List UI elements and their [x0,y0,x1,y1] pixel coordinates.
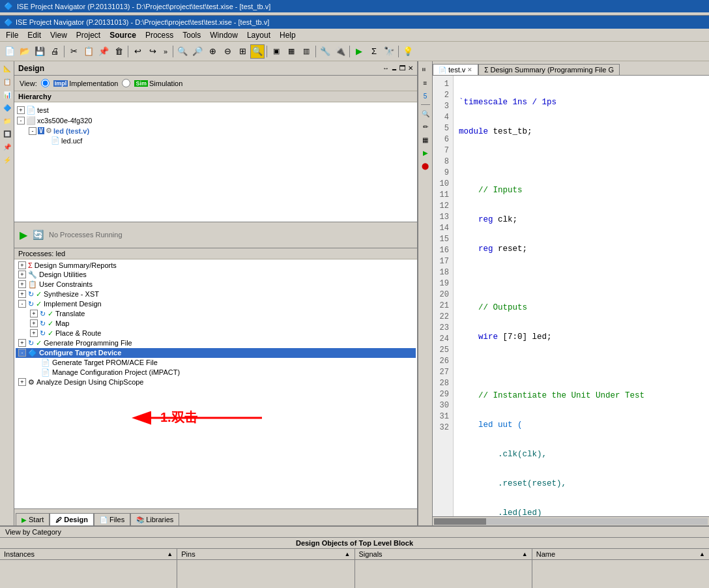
tree-item-led[interactable]: - V ⚙ led (test.v) [27,126,416,136]
constraints-expand[interactable]: + [18,280,26,288]
center-tb-2[interactable]: ≡ [420,77,431,89]
map-expand[interactable]: + [30,319,38,327]
implement-expand[interactable]: - [18,300,26,308]
tb-search3[interactable]: 🔌 [333,44,347,59]
code-tab-testv[interactable]: 📄 test.v ✕ [433,64,478,75]
sidebar-icon-5[interactable]: 📁 [1,115,13,126]
tb-zoom-out[interactable]: ⊖ [220,44,235,59]
utilities-expand[interactable]: + [18,271,26,278]
code-hscrollbar[interactable] [433,516,709,525]
tb-scope[interactable]: 🔭 [382,44,396,59]
proc-item-manage-config[interactable]: 📄 Manage Configuration Project (iMPACT) [27,368,416,377]
tb-impl1[interactable]: ▣ [269,44,283,59]
proc-item-summary[interactable]: + Σ Design Summary/Reports [16,261,416,270]
tab-libraries[interactable]: 📚 Libraries [130,513,179,525]
device-expand-icon[interactable]: - [17,117,25,125]
tab-design[interactable]: 🖊 Design [50,513,94,525]
test-expand-icon[interactable]: + [17,106,25,114]
menu-view[interactable]: View [46,30,72,40]
pins-col-header[interactable]: Pins ▲ [177,549,354,560]
gen-prog-expand[interactable]: + [18,339,26,347]
tab-start[interactable]: ▶ Start [16,513,50,525]
sidebar-icon-6[interactable]: 🔲 [1,128,13,140]
chipscope-expand[interactable]: + [18,378,26,386]
menu-window[interactable]: Window [205,30,242,40]
tb-delete[interactable]: 🗑 [111,44,126,59]
panel-minimize-icon[interactable]: 🗕 [391,65,398,72]
sidebar-icon-4[interactable]: 🔷 [1,102,13,113]
tb-impl3[interactable]: ▥ [299,44,313,59]
configure-expand[interactable]: - [18,349,26,357]
tb-open[interactable]: 📂 [18,44,32,59]
name-col-header[interactable]: Name ▲ [532,549,709,560]
tree-item-ucf[interactable]: 📄 led.ucf [39,136,416,145]
menu-file[interactable]: File [1,30,23,40]
proc-item-configure[interactable]: - 🔷 Configure Target Device [16,348,416,358]
place-route-expand[interactable]: + [30,329,38,337]
center-tb-zoom[interactable]: 🔍 [420,108,431,119]
tb-search1[interactable]: 🔍 [175,44,190,59]
led-expand-icon[interactable]: - [29,127,36,135]
signals-col-header[interactable]: Signals ▲ [355,549,532,560]
tb-zoom-fit[interactable]: ⊞ [235,44,250,59]
proc-item-implement[interactable]: - ↻ ✓ Implement Design [16,299,416,309]
proc-item-map[interactable]: + ↻ ✓ Map [27,319,416,329]
menu-source[interactable]: Source [105,30,141,40]
panel-resize-icon[interactable]: ↔ [383,65,389,72]
code-content-area[interactable]: 1 2 3 4 5 6 7 8 9 10 11 12 13 14 15 16 1 [433,76,709,516]
simulation-radio[interactable] [122,79,130,87]
menu-layout[interactable]: Layout [242,30,275,40]
name-sort-icon[interactable]: ▲ [699,551,705,557]
tb-undo[interactable]: ↩ [130,44,145,59]
proc-item-utilities[interactable]: + 🔧 Design Utilities [16,270,416,280]
menu-help[interactable]: Help [275,30,300,40]
panel-maximize-icon[interactable]: 🗖 [399,65,406,72]
tb-copy[interactable]: 📋 [81,44,96,59]
sidebar-icon-3[interactable]: 📊 [1,89,13,100]
sidebar-icon-2[interactable]: 📋 [1,76,13,87]
tb-print[interactable]: 🖨 [48,44,62,59]
tb-zoom-in[interactable]: ⊕ [205,44,220,59]
menu-tools[interactable]: Tools [178,30,205,40]
proc-item-gen-prom[interactable]: 📄 Generate Target PROM/ACE File [27,358,416,368]
tb-more[interactable]: » [160,44,171,59]
tb-sigma[interactable]: Σ [367,44,381,59]
center-tb-sel[interactable]: ▦ [420,134,431,145]
tb-search2[interactable]: 🔎 [190,44,205,59]
tb-impl2[interactable]: ▦ [284,44,298,59]
instances-sort-icon[interactable]: ▲ [167,551,173,557]
tb-run[interactable]: ▶ [352,44,366,59]
center-tb-edit[interactable]: ✏ [420,121,431,132]
proc-item-chipscope[interactable]: + ⚙ Analyze Design Using ChipScope [16,377,416,387]
proc-item-gen-prog[interactable]: + ↻ ✓ Generate Programming File [16,338,416,348]
hscroll-thumb[interactable] [434,518,486,525]
tb-cut[interactable]: ✂ [66,44,81,59]
proc-item-place-route[interactable]: + ↻ ✓ Place & Route [27,329,416,338]
center-tb-run[interactable]: ▶ [420,147,431,158]
tb-save[interactable]: 💾 [33,44,47,59]
instances-col-header[interactable]: Instances ▲ [0,549,177,560]
implementation-radio[interactable] [41,79,50,87]
pins-sort-icon[interactable]: ▲ [345,551,351,557]
code-tab-summary[interactable]: Σ Design Summary (Programming File G [478,64,620,75]
tree-item-device[interactable]: - ⬜ xc3s500e-4fg320 [16,115,416,126]
synthesize-expand[interactable]: + [18,290,26,298]
proc-item-translate[interactable]: + ↻ ✓ Translate [27,309,416,319]
tab-files[interactable]: 📄 Files [94,513,130,525]
menu-edit[interactable]: Edit [23,30,46,40]
tb-redo[interactable]: ↪ [145,44,160,59]
signals-sort-icon[interactable]: ▲ [522,551,528,557]
code-tab-close-icon[interactable]: ✕ [467,66,472,73]
translate-expand[interactable]: + [30,310,38,317]
tb-bulb[interactable]: 💡 [401,44,415,59]
summary-expand[interactable]: + [18,261,26,269]
menu-process[interactable]: Process [141,30,178,40]
center-tb-3[interactable]: 5 [420,90,431,102]
hscroll-track[interactable] [434,518,708,525]
sidebar-icon-1[interactable]: 📐 [1,63,13,74]
tb-wrench[interactable]: 🔧 [318,44,332,59]
sidebar-icon-8[interactable]: ⚡ [1,154,13,166]
panel-close-icon[interactable]: ✕ [408,65,413,72]
tb-paste[interactable]: 📌 [96,44,111,59]
sidebar-icon-7[interactable]: 📌 [1,141,13,153]
